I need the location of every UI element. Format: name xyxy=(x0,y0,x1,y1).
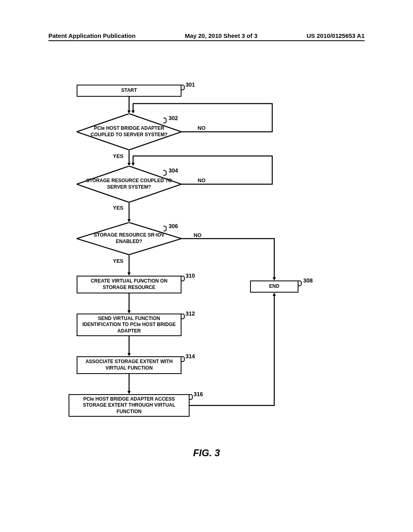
ref-hook xyxy=(181,314,185,319)
svg-marker-15 xyxy=(127,310,131,314)
ref-hook xyxy=(181,356,185,362)
svg-marker-17 xyxy=(127,353,131,356)
figure-label: FIG. 3 xyxy=(0,447,413,459)
header-right: US 2010/0125653 A1 xyxy=(307,32,365,39)
svg-marker-13 xyxy=(127,272,131,276)
svg-marker-3 xyxy=(131,110,135,114)
ref-301: 301 xyxy=(186,81,195,88)
ref-hook xyxy=(163,226,167,231)
node-312-label: SEND VIRTUAL FUNCTION IDENTIFICATION TO … xyxy=(79,316,179,335)
edge-yes-label: YES xyxy=(113,153,123,159)
arrow-316-end xyxy=(190,293,277,407)
ref-hook xyxy=(298,281,302,286)
arrow-icon xyxy=(127,255,131,276)
node-start-label: START xyxy=(121,87,137,94)
arrow-icon xyxy=(127,374,131,394)
header-center: May 20, 2010 Sheet 3 of 3 xyxy=(185,32,257,39)
header-rule xyxy=(48,40,365,41)
node-310-label: CREATE VIRTUAL FUNCTION ON STORAGE RESOU… xyxy=(79,278,179,291)
node-310: CREATE VIRTUAL FUNCTION ON STORAGE RESOU… xyxy=(77,276,181,293)
arrow-icon xyxy=(127,202,131,222)
arrow-icon xyxy=(127,336,131,356)
svg-marker-7 xyxy=(131,163,135,166)
svg-marker-9 xyxy=(127,219,131,222)
ref-hook xyxy=(181,85,185,90)
arrow-306-end xyxy=(181,237,277,281)
ref-306: 306 xyxy=(169,223,178,229)
header-left: Patent Application Publication xyxy=(48,32,136,39)
arrow-loop-304 xyxy=(129,155,274,185)
node-end-label: END xyxy=(269,283,279,290)
ref-308: 308 xyxy=(303,277,313,284)
node-start: START xyxy=(77,85,181,97)
node-314: ASSOCIATE STORAGE EXTENT WITH VIRTUAL FU… xyxy=(77,356,181,374)
edge-yes-label: YES xyxy=(113,205,123,211)
node-316-label: PCIe HOST BRIDGE ADAPTER ACCESS STORAGE … xyxy=(71,396,187,415)
page-header: Patent Application Publication May 20, 2… xyxy=(0,32,413,39)
node-312: SEND VIRTUAL FUNCTION IDENTIFICATION TO … xyxy=(77,314,181,336)
ref-hook xyxy=(181,276,185,281)
flowchart-diagram: START 301 PCIe HOST BRIDGE ADAPTER COUPL… xyxy=(56,85,339,435)
node-end: END xyxy=(250,281,298,293)
svg-marker-11 xyxy=(273,277,276,281)
edge-yes-label: YES xyxy=(113,258,123,264)
svg-marker-19 xyxy=(127,391,131,394)
ref-310: 310 xyxy=(186,272,195,279)
arrow-loop-302 xyxy=(129,102,274,133)
node-316: PCIe HOST BRIDGE ADAPTER ACCESS STORAGE … xyxy=(69,394,190,417)
node-314-label: ASSOCIATE STORAGE EXTENT WITH VIRTUAL FU… xyxy=(79,359,179,371)
svg-marker-20 xyxy=(273,293,276,296)
arrow-icon xyxy=(127,293,131,314)
